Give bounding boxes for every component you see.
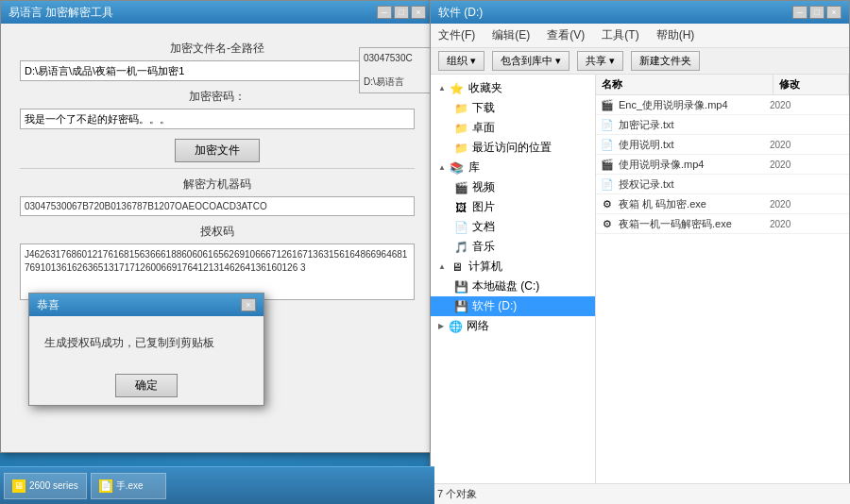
dialog-buttons: 确定: [29, 366, 264, 405]
dialog-title-bar: 恭喜 ×: [29, 294, 264, 316]
dialog-ok-btn[interactable]: 确定: [115, 374, 178, 397]
dialog-box: 恭喜 × 生成授权码成功，已复制到剪贴板 确定: [28, 293, 264, 406]
dialog-overlay: 恭喜 × 生成授权码成功，已复制到剪贴板 确定: [0, 0, 850, 504]
desktop: 易语言 加密解密工具 ─ □ × 加密文件名-全路径 打开 加密密码： 加密文件…: [0, 0, 850, 504]
dialog-message: 生成授权码成功，已复制到剪贴板: [44, 336, 214, 349]
dialog-close-btn[interactable]: ×: [241, 298, 256, 311]
dialog-title-text: 恭喜: [37, 297, 60, 313]
dialog-content: 生成授权码成功，已复制到剪贴板: [29, 316, 264, 366]
